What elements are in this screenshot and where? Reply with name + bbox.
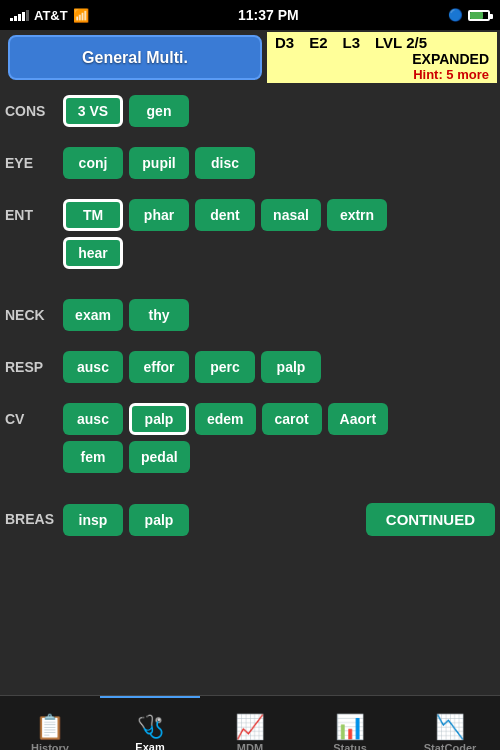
resp-ausc-button[interactable]: ausc — [63, 351, 123, 383]
l-code: L3 — [343, 34, 361, 51]
expanded-label: EXPANDED — [275, 51, 489, 67]
neck-label: NECK — [5, 299, 63, 323]
battery-icon — [468, 10, 490, 21]
header: General Multi. D3 E2 L3 LVL 2/5 EXPANDED… — [0, 30, 500, 85]
neck-exam-button[interactable]: exam — [63, 299, 123, 331]
header-codes: D3 E2 L3 LVL 2/5 EXPANDED Hint: 5 more — [267, 32, 497, 83]
breas-buttons: insp palp CONTINUED — [63, 503, 495, 536]
carrier-label: AT&T — [34, 8, 68, 23]
cv-label: CV — [5, 403, 63, 427]
e-code: E2 — [309, 34, 327, 51]
exam-title: General Multi. — [82, 49, 188, 67]
history-icon: 📋 — [35, 715, 65, 739]
cv-carot-button[interactable]: carot — [262, 403, 322, 435]
header-title-button[interactable]: General Multi. — [8, 35, 262, 80]
resp-palp-button[interactable]: palp — [261, 351, 321, 383]
breas-insp-button[interactable]: insp — [63, 504, 123, 536]
status-bar: AT&T 📶 11:37 PM 🔵 — [0, 0, 500, 30]
cons-label: CONS — [5, 95, 63, 119]
ent-buttons-wrapper: TM phar dent nasal extrn hear — [63, 199, 387, 269]
eye-label: EYE — [5, 147, 63, 171]
cv-aaort-button[interactable]: Aaort — [328, 403, 389, 435]
exam-label: Exam — [135, 741, 164, 751]
exam-icon: 🩺 — [137, 716, 164, 738]
status-label: Status — [333, 742, 367, 751]
nav-history[interactable]: 📋 History — [0, 696, 100, 750]
battery-fill — [470, 12, 483, 19]
continued-button[interactable]: CONTINUED — [366, 503, 495, 536]
status-icon: 📊 — [335, 715, 365, 739]
neck-buttons: exam thy — [63, 299, 495, 331]
ent-hear-button[interactable]: hear — [63, 237, 123, 269]
resp-label: RESP — [5, 351, 63, 375]
d-code: D3 — [275, 34, 294, 51]
cons-3vs-button[interactable]: 3 VS — [63, 95, 123, 127]
resp-row: RESP ausc effor perc palp — [0, 346, 500, 398]
cv-buttons-wrapper: ausc palp edem carot Aaort fem pedal — [63, 403, 388, 473]
resp-buttons: ausc effor perc palp — [63, 351, 495, 383]
cv-ausc-button[interactable]: ausc — [63, 403, 123, 435]
neck-row: NECK exam thy — [0, 294, 500, 346]
ent-buttons-line1: TM phar dent nasal extrn — [63, 199, 387, 231]
statcoder-label: StatCoder — [424, 742, 477, 751]
cv-buttons-line2: fem pedal — [63, 441, 388, 473]
mdm-label: MDM — [237, 742, 263, 751]
battery-area: 🔵 — [448, 8, 490, 22]
ent-tm-button[interactable]: TM — [63, 199, 123, 231]
bottom-nav: 📋 History 🩺 Exam 📈 MDM 📊 Status 📉 StatCo… — [0, 695, 500, 750]
ent-nasal-button[interactable]: nasal — [261, 199, 321, 231]
cv-edem-button[interactable]: edem — [195, 403, 256, 435]
eye-row: EYE conj pupil disc — [0, 142, 500, 194]
header-code-line: D3 E2 L3 LVL 2/5 — [275, 34, 489, 51]
ent-label: ENT — [5, 199, 63, 223]
resp-effor-button[interactable]: effor — [129, 351, 189, 383]
ent-dent-button[interactable]: dent — [195, 199, 255, 231]
bluetooth-icon: 🔵 — [448, 8, 463, 22]
cv-buttons-line1: ausc palp edem carot Aaort — [63, 403, 388, 435]
statcoder-icon: 📉 — [435, 715, 465, 739]
breas-label: BREAS — [5, 503, 63, 527]
neck-thy-button[interactable]: thy — [129, 299, 189, 331]
cv-pedal-button[interactable]: pedal — [129, 441, 190, 473]
nav-exam[interactable]: 🩺 Exam — [100, 696, 200, 750]
ent-extrn-button[interactable]: extrn — [327, 199, 387, 231]
eye-conj-button[interactable]: conj — [63, 147, 123, 179]
carrier-info: AT&T 📶 — [10, 8, 89, 23]
cv-fem-button[interactable]: fem — [63, 441, 123, 473]
eye-pupil-button[interactable]: pupil — [129, 147, 189, 179]
clock: 11:37 PM — [238, 7, 299, 23]
history-label: History — [31, 742, 69, 751]
main-content: CONS 3 VS gen EYE conj pupil disc ENT TM… — [0, 85, 500, 695]
resp-perc-button[interactable]: perc — [195, 351, 255, 383]
nav-statcoder[interactable]: 📉 StatCoder — [400, 696, 500, 750]
mdm-icon: 📈 — [235, 715, 265, 739]
cons-row: CONS 3 VS gen — [0, 90, 500, 142]
cv-palp-button[interactable]: palp — [129, 403, 189, 435]
ent-row: ENT TM phar dent nasal extrn hear — [0, 194, 500, 294]
eye-disc-button[interactable]: disc — [195, 147, 255, 179]
ent-phar-button[interactable]: phar — [129, 199, 189, 231]
lvl-code: LVL 2/5 — [375, 34, 427, 51]
eye-buttons: conj pupil disc — [63, 147, 495, 179]
nav-mdm[interactable]: 📈 MDM — [200, 696, 300, 750]
cv-row: CV ausc palp edem carot Aaort fem pedal — [0, 398, 500, 498]
cons-gen-button[interactable]: gen — [129, 95, 189, 127]
hint-label: Hint: 5 more — [275, 67, 489, 82]
breas-row: BREAS insp palp CONTINUED — [0, 498, 500, 550]
breas-palp-button[interactable]: palp — [129, 504, 189, 536]
ent-buttons-line2: hear — [63, 237, 387, 269]
nav-status[interactable]: 📊 Status — [300, 696, 400, 750]
signal-icon — [10, 10, 29, 21]
wifi-icon: 📶 — [73, 8, 89, 23]
cons-buttons: 3 VS gen — [63, 95, 495, 127]
